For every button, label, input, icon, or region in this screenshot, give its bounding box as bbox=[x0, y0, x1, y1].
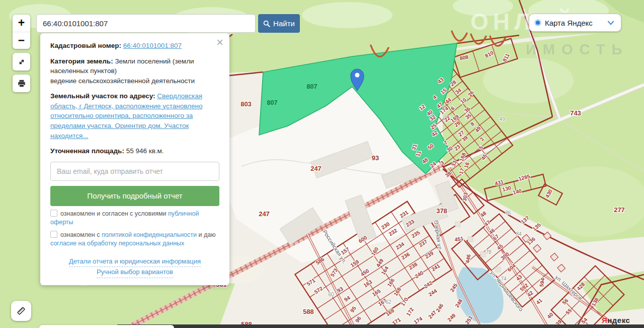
area-value: 55 946 кв.м. bbox=[126, 147, 164, 155]
measure-button[interactable] bbox=[11, 301, 31, 321]
close-icon[interactable]: × bbox=[216, 36, 223, 48]
watermark-line2: ИМОСТЬ bbox=[526, 41, 628, 58]
layer-radio-icon bbox=[534, 19, 541, 26]
map-label: 588 bbox=[303, 308, 314, 315]
report-details-link[interactable]: Детали отчета и юридическая информация bbox=[69, 256, 201, 268]
search-icon bbox=[263, 20, 270, 27]
address-label: Земельный участок по адресу: bbox=[50, 92, 155, 100]
layer-select[interactable]: Карта Яндекс bbox=[529, 14, 621, 32]
map-label: 277 bbox=[614, 206, 625, 214]
search-input[interactable] bbox=[36, 14, 256, 33]
fullscreen-button[interactable] bbox=[13, 53, 30, 71]
cadastral-number-link[interactable]: 66:40:0101001:807 bbox=[123, 42, 182, 49]
personal-data-link[interactable]: согласие на обработку персональных данны… bbox=[50, 240, 184, 247]
chevron-down-icon bbox=[606, 18, 616, 28]
parcel-info-panel: × Кадастровый номер: 66:40:0101001:807 К… bbox=[40, 33, 229, 285]
map-label: 378 bbox=[436, 207, 447, 215]
print-button[interactable] bbox=[13, 75, 30, 92]
map-label: 743 bbox=[570, 109, 581, 117]
expand-arrows-icon bbox=[17, 57, 26, 67]
yandex-logo-ndeks: ндекс bbox=[607, 316, 630, 324]
yandex-logo: Яндекс bbox=[602, 316, 630, 324]
area-label: Уточненная площадь: bbox=[50, 147, 124, 155]
yandex-logo-ya: Я bbox=[602, 316, 607, 324]
zoom-in-button[interactable]: + bbox=[13, 15, 30, 32]
offer-checkbox-text: ознакомлен и согласен с условиями bbox=[60, 210, 167, 217]
offer-checkbox[interactable] bbox=[50, 210, 57, 217]
search-button[interactable]: Найти bbox=[258, 14, 300, 33]
map-label: 93 bbox=[372, 154, 379, 162]
printer-icon bbox=[17, 79, 26, 88]
privacy-checkbox-text1: ознакомлен с bbox=[60, 231, 100, 238]
email-input[interactable] bbox=[50, 162, 219, 181]
search-button-label: Найти bbox=[273, 19, 295, 28]
map-label: 62 bbox=[385, 299, 391, 305]
land-category-label: Категория земель: bbox=[50, 57, 113, 65]
cadastral-number-label: Кадастровый номер: bbox=[50, 42, 121, 49]
bottom-panel-edge bbox=[39, 325, 174, 328]
ruler-icon bbox=[16, 305, 27, 316]
zoom-control: + − bbox=[13, 15, 30, 49]
get-report-button[interactable]: Получить подробный отчет bbox=[50, 186, 219, 206]
map-label: 78 bbox=[486, 249, 492, 255]
map-label: 247 bbox=[259, 210, 270, 218]
map-label: 247 bbox=[310, 165, 321, 172]
privacy-checkbox[interactable] bbox=[50, 231, 57, 238]
map-label: 807 bbox=[267, 99, 278, 106]
map-label: 807 bbox=[307, 83, 317, 90]
bottom-bar bbox=[117, 324, 644, 328]
map-label: 60 bbox=[328, 292, 334, 297]
map-label: 86 bbox=[505, 210, 511, 216]
layer-selected-label: Карта Яндекс bbox=[545, 19, 606, 27]
map-label: 84 bbox=[516, 231, 522, 237]
manual-choice-link[interactable]: Ручной выбор вариантов bbox=[97, 267, 173, 278]
privacy-checkbox-text2: и даю bbox=[198, 231, 215, 238]
map-label: 803 bbox=[240, 100, 252, 108]
zoom-out-button[interactable]: − bbox=[13, 32, 30, 49]
land-category-extra: ведение сельскохозяйственной деятельност… bbox=[50, 77, 195, 85]
map-label: 49 bbox=[499, 116, 505, 122]
privacy-policy-link[interactable]: политикой конфиденциальности bbox=[102, 231, 197, 238]
